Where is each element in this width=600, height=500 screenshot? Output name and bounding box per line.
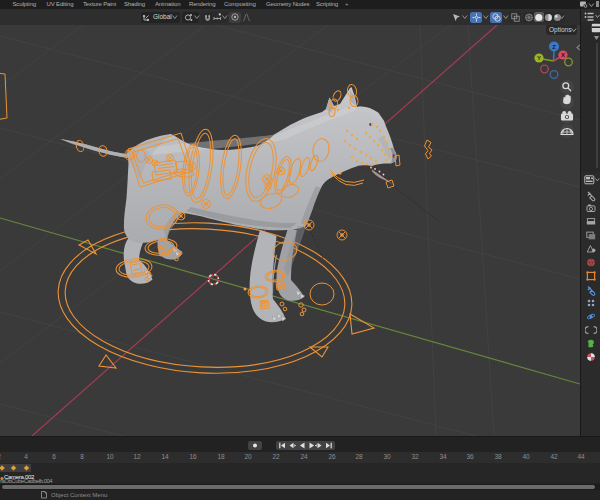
svg-text:Z: Z (552, 44, 556, 50)
svg-text:Y: Y (537, 55, 541, 61)
svg-text:X: X (561, 52, 565, 58)
